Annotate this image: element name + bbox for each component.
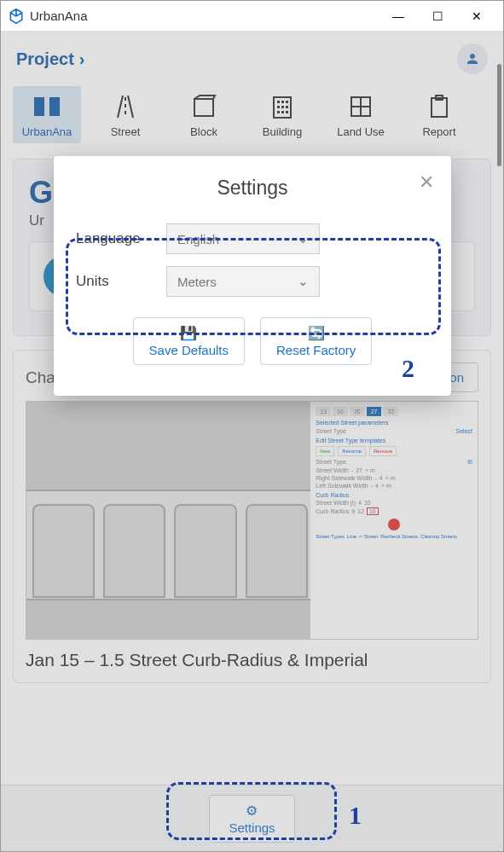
svg-rect-8 [281, 106, 284, 108]
titlebar: UrbanAna — ☐ ✕ [1, 1, 503, 32]
save-defaults-button[interactable]: 💾 Save Defaults [133, 317, 245, 365]
chevron-down-icon: ⌄ [298, 274, 309, 289]
preview-panel: 13 16 20 27 33 Selected Street parameter… [310, 402, 478, 639]
avatar[interactable] [457, 43, 488, 74]
refresh-icon: 🔄 [308, 325, 325, 341]
svg-rect-2 [194, 99, 213, 116]
units-value: Meters [177, 275, 217, 289]
changelog-caption: Jan 15 – 1.5 Street Curb-Radius & Imperi… [26, 650, 478, 670]
language-value: English [177, 232, 219, 246]
svg-rect-9 [286, 106, 288, 108]
chevron-right-icon: › [79, 49, 85, 69]
reset-factory-button[interactable]: 🔄 Reset Factory [260, 317, 372, 365]
maximize-button[interactable]: ☐ [418, 3, 457, 30]
titlebar-title: UrbanAna [30, 9, 379, 23]
header: Project › [1, 32, 503, 79]
tab-label: UrbanAna [22, 125, 72, 138]
tab-label: Report [422, 125, 455, 138]
settings-label: Settings [229, 820, 275, 835]
close-button[interactable]: ✕ [457, 3, 496, 30]
breadcrumb[interactable]: Project › [16, 49, 84, 69]
language-label: Language [76, 230, 154, 247]
scrollbar[interactable] [497, 64, 501, 166]
language-select[interactable]: English ⌄ [166, 223, 320, 254]
chevron-down-icon: ⌄ [298, 231, 309, 246]
tab-report[interactable]: Report [405, 86, 473, 143]
tab-label: Land Use [337, 125, 385, 138]
tab-label: Building [263, 125, 302, 138]
tab-landuse[interactable]: Land Use [327, 86, 395, 143]
svg-rect-16 [432, 98, 447, 117]
breadcrumb-label: Project [16, 49, 74, 69]
report-icon [424, 91, 455, 122]
tab-building[interactable]: Building [248, 86, 316, 143]
gear-icon: ⚙ [246, 803, 258, 819]
settings-button[interactable]: ⚙ Settings [209, 795, 294, 843]
tab-block[interactable]: Block [170, 86, 238, 143]
app-window: UrbanAna — ☐ ✕ Project › UrbanAna S [0, 0, 504, 852]
person-icon [465, 51, 480, 67]
tab-street[interactable]: Street [91, 86, 159, 143]
tab-label: Street [111, 125, 141, 138]
units-label: Units [76, 273, 154, 290]
svg-rect-0 [34, 97, 44, 116]
tab-label: Block [190, 125, 217, 138]
changelog-card: Change logs Check Version 13 16 20 27 [13, 350, 491, 683]
svg-rect-1 [49, 97, 60, 116]
svg-rect-10 [277, 111, 280, 113]
main-tabs: UrbanAna Street Block Building Land Use … [1, 79, 503, 155]
svg-rect-12 [286, 111, 288, 113]
landuse-icon [345, 91, 376, 122]
svg-rect-4 [277, 101, 280, 103]
street-icon [110, 91, 141, 122]
save-label: Save Defaults [149, 343, 229, 357]
block-icon [188, 91, 219, 122]
modal-title: Settings [76, 177, 429, 200]
settings-modal: ✕ Settings Language English ⌄ Units Mete… [54, 156, 451, 396]
urbanana-icon [32, 91, 62, 122]
svg-rect-11 [281, 111, 284, 113]
svg-rect-7 [277, 106, 280, 108]
app-logo-icon [8, 8, 25, 25]
svg-rect-5 [281, 101, 284, 103]
units-select[interactable]: Meters ⌄ [166, 266, 320, 297]
minimize-button[interactable]: — [379, 3, 418, 30]
footer: ⚙ Settings [1, 785, 503, 851]
changelog-preview: 13 16 20 27 33 Selected Street parameter… [26, 401, 478, 640]
reset-label: Reset Factory [276, 343, 356, 357]
tab-urbanana[interactable]: UrbanAna [13, 86, 81, 143]
building-icon [267, 91, 298, 122]
save-icon: 💾 [180, 325, 197, 341]
modal-close-button[interactable]: ✕ [419, 171, 434, 194]
svg-rect-6 [286, 101, 288, 103]
